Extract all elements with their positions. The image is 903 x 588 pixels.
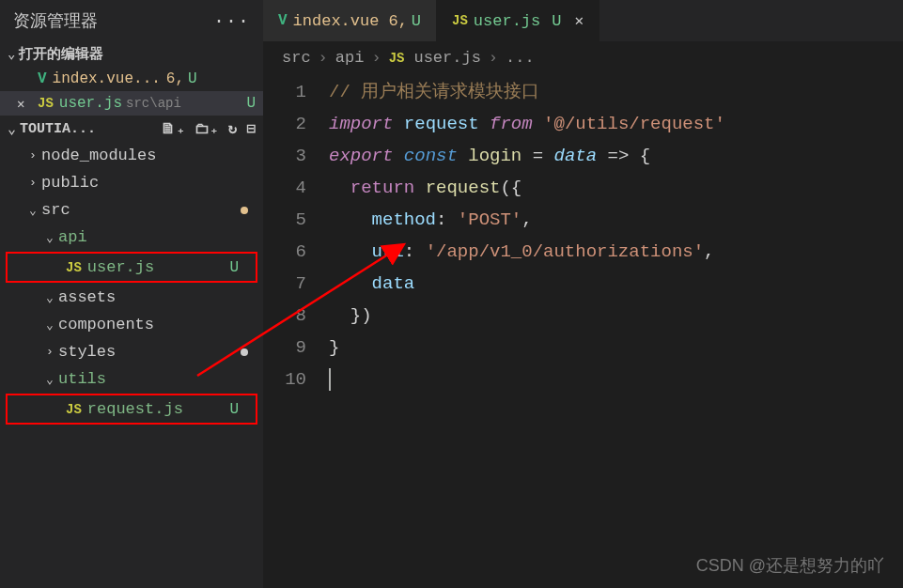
tab-index-vue[interactable]: V index.vue 6, U bbox=[263, 0, 437, 41]
vue-icon: V bbox=[38, 70, 47, 87]
new-folder-icon[interactable]: 🗀₊ bbox=[195, 119, 219, 138]
breadcrumb-part[interactable]: api bbox=[335, 49, 365, 67]
tab-filename: user.js bbox=[474, 12, 540, 30]
code-line[interactable]: method: 'POST', bbox=[329, 204, 903, 236]
folder-item[interactable]: ›public bbox=[0, 169, 263, 196]
line-numbers: 12345678910 bbox=[263, 76, 329, 395]
open-editors-label: 打开的编辑器 bbox=[19, 45, 103, 63]
line-number: 5 bbox=[263, 204, 306, 236]
code-line[interactable]: }) bbox=[329, 300, 903, 332]
editor-filename: user.js bbox=[59, 95, 122, 112]
tab-filename: index.vue bbox=[293, 12, 380, 30]
open-editors-header[interactable]: ⌄ 打开的编辑器 bbox=[0, 41, 263, 67]
status-dot bbox=[241, 348, 248, 356]
close-icon[interactable]: ✕ bbox=[17, 96, 34, 112]
line-number: 6 bbox=[263, 236, 306, 268]
git-status: U bbox=[229, 401, 239, 418]
chevron-right-icon: › bbox=[319, 49, 328, 67]
folder-item[interactable]: ⌄components bbox=[0, 311, 263, 338]
file-tree: ›node_modules›public⌄src⌄apiJSuser.jsU⌄a… bbox=[0, 142, 263, 426]
chevron-down-icon: ⌄ bbox=[8, 120, 16, 138]
chevron-right-icon: › bbox=[371, 49, 381, 67]
status-dot bbox=[241, 207, 248, 214]
chevron-icon: ⌄ bbox=[41, 230, 58, 245]
editor-problems-count: 6, bbox=[166, 70, 184, 87]
open-editor-item[interactable]: ✕ JS user.js src\api U bbox=[0, 91, 263, 116]
code-line[interactable]: url: '/app/v1_0/authorizations', bbox=[329, 236, 903, 268]
chevron-icon: ⌄ bbox=[41, 290, 58, 305]
js-icon: JS bbox=[38, 96, 54, 111]
breadcrumb-part[interactable]: src bbox=[282, 49, 311, 67]
chevron-icon: › bbox=[41, 345, 58, 359]
item-name: node_modules bbox=[41, 147, 156, 164]
editor-area: V index.vue 6, U JS user.js U ✕ src › ap… bbox=[263, 0, 903, 588]
chevron-icon: › bbox=[24, 176, 41, 190]
code-line[interactable]: // 用户相关请求模块接口 bbox=[329, 76, 903, 108]
js-icon: JS bbox=[66, 402, 82, 417]
workspace-header[interactable]: ⌄ TOUTIA... 🗎₊ 🗀₊ ↻ ⊟ bbox=[0, 116, 263, 142]
git-status: U bbox=[188, 70, 197, 87]
js-icon: JS bbox=[389, 51, 405, 66]
tab-bar: V index.vue 6, U JS user.js U ✕ bbox=[263, 0, 903, 41]
breadcrumb-file[interactable]: user.js bbox=[413, 49, 480, 67]
collapse-icon[interactable]: ⊟ bbox=[246, 119, 256, 138]
chevron-icon: › bbox=[24, 148, 41, 162]
refresh-icon[interactable]: ↻ bbox=[228, 119, 238, 138]
breadcrumb-tail[interactable]: ... bbox=[506, 49, 535, 67]
new-file-icon[interactable]: 🗎₊ bbox=[161, 119, 185, 138]
code-line[interactable]: export const login = data => { bbox=[329, 140, 903, 172]
workspace-name: TOUTIA... bbox=[20, 121, 96, 137]
git-status: U bbox=[552, 12, 561, 30]
line-number: 7 bbox=[263, 268, 306, 300]
folder-item[interactable]: ⌄assets bbox=[0, 284, 263, 311]
editor-filename: index.vue... bbox=[53, 70, 161, 87]
item-name: utils bbox=[58, 370, 106, 388]
line-number: 3 bbox=[263, 140, 306, 172]
code-line[interactable]: return request({ bbox=[329, 172, 903, 204]
file-item[interactable]: JSuser.jsU bbox=[8, 254, 256, 281]
code-content[interactable]: // 用户相关请求模块接口import request from '@/util… bbox=[329, 76, 903, 395]
git-status: U bbox=[246, 95, 256, 112]
explorer-header: 资源管理器 ··· bbox=[0, 0, 263, 41]
code-line[interactable] bbox=[329, 364, 903, 395]
workspace-actions: 🗎₊ 🗀₊ ↻ ⊟ bbox=[161, 119, 256, 138]
item-name: assets bbox=[58, 288, 116, 306]
folder-item[interactable]: ⌄utils bbox=[0, 365, 263, 393]
js-icon: JS bbox=[452, 13, 468, 28]
line-number: 1 bbox=[263, 76, 306, 108]
item-name: components bbox=[58, 316, 154, 333]
js-icon: JS bbox=[66, 260, 82, 275]
code-editor[interactable]: 12345678910 // 用户相关请求模块接口import request … bbox=[263, 74, 903, 395]
file-item[interactable]: JSrequest.jsU bbox=[8, 395, 256, 423]
item-name: src bbox=[41, 201, 70, 219]
editor-path: src\api bbox=[126, 96, 181, 111]
folder-item[interactable]: ›node_modules bbox=[0, 142, 263, 169]
git-status: U bbox=[229, 259, 239, 276]
chevron-right-icon: › bbox=[489, 49, 498, 67]
tab-user-js[interactable]: JS user.js U ✕ bbox=[437, 0, 599, 41]
chevron-down-icon: ⌄ bbox=[8, 46, 15, 62]
line-number: 8 bbox=[263, 300, 306, 332]
breadcrumb[interactable]: src › api › JS user.js › ... bbox=[263, 41, 903, 74]
more-icon[interactable]: ··· bbox=[213, 10, 250, 32]
sidebar: 资源管理器 ··· ⌄ 打开的编辑器 V index.vue... 6, U ✕… bbox=[0, 0, 263, 588]
folder-item[interactable]: ›styles bbox=[0, 338, 263, 365]
watermark: CSDN @还是想努力的吖 bbox=[696, 554, 884, 577]
folder-item[interactable]: ⌄api bbox=[0, 224, 263, 251]
line-number: 9 bbox=[263, 332, 306, 364]
item-name: public bbox=[41, 174, 99, 192]
chevron-icon: ⌄ bbox=[41, 317, 58, 333]
line-number: 4 bbox=[263, 172, 306, 204]
code-line[interactable]: import request from '@/utils/request' bbox=[329, 108, 903, 140]
vue-icon: V bbox=[278, 12, 288, 29]
code-line[interactable]: } bbox=[329, 332, 903, 364]
chevron-icon: ⌄ bbox=[24, 203, 41, 218]
item-name: styles bbox=[58, 343, 116, 361]
line-number: 10 bbox=[263, 364, 306, 395]
close-icon[interactable]: ✕ bbox=[574, 11, 584, 30]
code-line[interactable]: data bbox=[329, 268, 903, 300]
item-name: user.js bbox=[87, 258, 154, 276]
explorer-title: 资源管理器 bbox=[13, 9, 98, 32]
folder-item[interactable]: ⌄src bbox=[0, 196, 263, 224]
open-editor-item[interactable]: V index.vue... 6, U bbox=[0, 67, 263, 91]
